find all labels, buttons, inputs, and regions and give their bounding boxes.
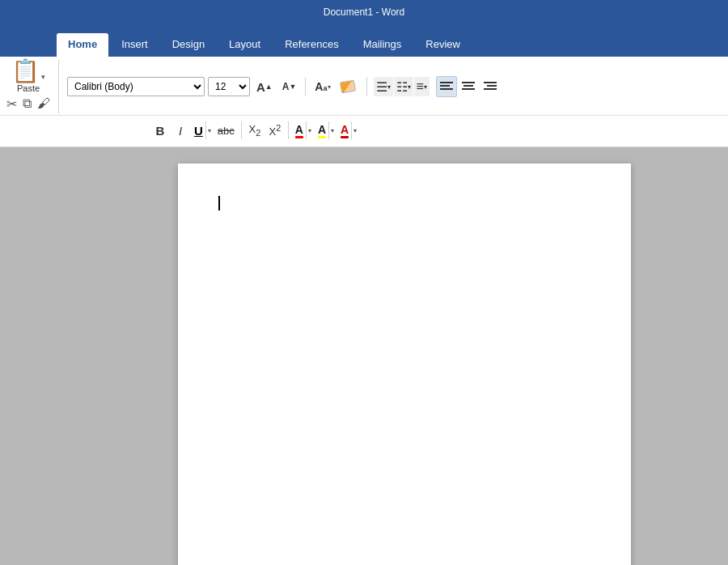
font-color-split-button[interactable]: A ▾ <box>292 121 314 140</box>
bullet-list-icon: ☰ <box>376 79 387 95</box>
align-right-button[interactable] <box>480 76 501 97</box>
eraser-icon <box>339 80 355 94</box>
underline-icon: U <box>194 124 203 138</box>
font-size-select[interactable]: 12 10 11 14 16 18 24 <box>208 77 250 96</box>
font-color2-bar-icon <box>341 136 349 138</box>
svg-rect-4 <box>463 85 473 87</box>
font-name-select[interactable]: Calibri (Body) Arial Times New Roman <box>67 77 205 96</box>
strikethrough-button[interactable]: abc <box>214 121 238 140</box>
text-cursor <box>218 196 220 210</box>
underline-dropdown-arrow-icon: ▾ <box>205 121 213 139</box>
align-center-icon <box>462 81 475 92</box>
superscript-button[interactable]: X2 <box>265 121 285 140</box>
tab-design[interactable]: Design <box>161 33 216 57</box>
format-group: B I U ▾ abc X2 X2 <box>5 121 359 140</box>
font-color-button-main: A <box>293 121 306 139</box>
tab-references[interactable]: References <box>273 33 349 57</box>
shrink-font-button[interactable]: A▼ <box>279 77 300 96</box>
numbered-list-icon: ☷ <box>396 79 408 95</box>
paragraph-group: ☰ ▾ ☷ ▾ ≡ ▾ <box>366 77 430 96</box>
ribbon: 📋 ▾ Paste ✂ ⧉ 🖌 Calibri (Body) Arial Tim… <box>0 57 728 147</box>
paste-section: 📋 ▾ Paste ✂ ⧉ 🖌 <box>5 60 59 113</box>
paste-clipboard-icon: 📋 <box>11 60 40 83</box>
highlight-dropdown-arrow-icon: ▾ <box>328 121 336 139</box>
highlight-color-bar-icon <box>318 136 326 138</box>
separator2 <box>241 121 242 139</box>
highlight-button-main: A <box>315 121 328 139</box>
font-controls: Calibri (Body) Arial Times New Roman 12 … <box>67 77 358 96</box>
underline-button-main: U <box>192 121 205 139</box>
separator1 <box>305 78 306 96</box>
title-bar: Document1 - Word <box>0 0 728 24</box>
multilevel-list-button[interactable]: ≡ ▾ <box>414 77 430 96</box>
superscript-icon: X2 <box>269 123 281 138</box>
bullet-list-button[interactable]: ☰ ▾ <box>374 77 393 96</box>
copy-icon[interactable]: ⧉ <box>21 95 33 113</box>
tab-row: Home Insert Design Layout References Mai… <box>0 24 728 57</box>
svg-rect-8 <box>484 88 497 90</box>
subscript-icon: X2 <box>248 123 260 138</box>
paste-label: Paste <box>17 83 40 93</box>
tab-layout[interactable]: Layout <box>218 33 272 57</box>
font-name-row: Calibri (Body) Arial Times New Roman 12 … <box>67 77 358 96</box>
font-color2-letter-icon: A <box>341 123 349 136</box>
align-left-icon <box>440 81 453 92</box>
highlight-letter-icon: A <box>318 123 326 136</box>
svg-rect-7 <box>487 85 497 87</box>
paste-button[interactable]: 📋 ▾ <box>11 60 45 83</box>
align-left-button[interactable] <box>436 76 457 97</box>
shrink-font-icon: A <box>282 81 290 92</box>
highlight-split-button[interactable]: A ▾ <box>315 121 336 140</box>
grow-font-button[interactable]: A▲ <box>253 77 276 96</box>
change-case-button[interactable]: Aa ▾ <box>311 77 333 96</box>
svg-rect-6 <box>484 82 497 83</box>
align-right-icon <box>484 81 497 92</box>
underline-split-button[interactable]: U ▾ <box>191 121 214 140</box>
document-area <box>0 147 728 565</box>
svg-rect-0 <box>440 82 453 83</box>
grow-font-icon: A <box>256 80 265 94</box>
tab-insert[interactable]: Insert <box>110 33 159 57</box>
ribbon-row2: B I U ▾ abc X2 X2 <box>0 116 728 147</box>
svg-rect-1 <box>440 85 450 87</box>
change-case-icon: Aa <box>315 80 327 93</box>
title-bar-title: Document1 - Word <box>324 6 404 18</box>
tab-home[interactable]: Home <box>57 33 108 57</box>
svg-rect-3 <box>462 82 475 83</box>
svg-rect-5 <box>462 88 475 90</box>
font-color-letter-icon: A <box>295 123 303 136</box>
font-color2-button-main: A <box>338 121 351 139</box>
svg-rect-2 <box>440 88 453 90</box>
bold-button[interactable]: B <box>150 121 170 140</box>
separator3 <box>288 121 289 139</box>
cut-icon[interactable]: ✂ <box>5 95 19 113</box>
ribbon-row1: 📋 ▾ Paste ✂ ⧉ 🖌 Calibri (Body) Arial Tim… <box>0 57 728 116</box>
tab-mailings[interactable]: Mailings <box>352 33 413 57</box>
font-color-bar-icon <box>295 136 303 138</box>
font-color2-split-button[interactable]: A ▾ <box>337 121 359 140</box>
font-color2-dropdown-arrow-icon: ▾ <box>351 121 358 139</box>
paste-small-icons: ✂ ⧉ 🖌 <box>5 95 52 113</box>
subscript-button[interactable]: X2 <box>245 121 265 140</box>
italic-button[interactable]: I <box>171 121 190 140</box>
numbered-list-button[interactable]: ☷ ▾ <box>394 77 413 96</box>
format-painter-icon[interactable]: 🖌 <box>36 95 52 113</box>
paste-dropdown-arrow-icon: ▾ <box>41 73 45 81</box>
align-center-button[interactable] <box>458 76 479 97</box>
clear-formatting-button[interactable] <box>337 77 358 96</box>
multilevel-list-icon: ≡ <box>417 79 424 94</box>
tab-review[interactable]: Review <box>414 33 472 57</box>
document-page[interactable] <box>178 164 631 565</box>
alignment-group <box>436 76 501 97</box>
font-color-dropdown-arrow-icon: ▾ <box>306 121 313 139</box>
